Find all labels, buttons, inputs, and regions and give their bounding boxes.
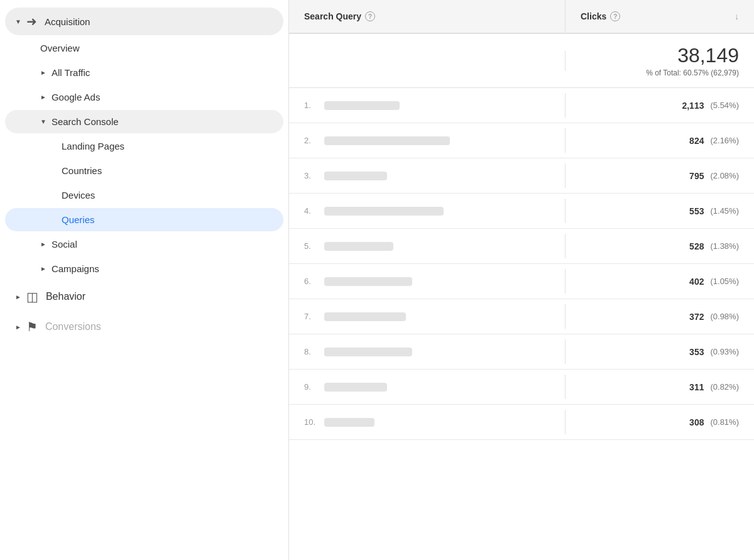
clicks-value: 795 (689, 171, 704, 181)
clicks-cell: 402(1.05%) (566, 269, 754, 294)
clicks-cell: 553(1.45%) (566, 199, 754, 224)
row-number: 10. (304, 417, 317, 427)
sidebar-item-label: Conversions (45, 321, 101, 332)
table-row[interactable]: 1.2,113(5.54%) (289, 88, 754, 123)
clicks-percent: (1.38%) (710, 241, 739, 251)
sidebar-item-label: Behavior (46, 291, 85, 302)
row-number: 6. (304, 277, 317, 286)
chevron-down-icon: ▼ (40, 118, 46, 125)
search-query-help-icon[interactable]: ? (365, 11, 375, 21)
clicks-cell: 372(0.98%) (566, 304, 754, 329)
clicks-help-icon[interactable]: ? (610, 11, 620, 21)
sidebar-item-label: Overview (40, 43, 80, 53)
clicks-value: 2,113 (682, 101, 704, 111)
sidebar-item-landing-pages[interactable]: Landing Pages (5, 135, 283, 158)
blurred-query-text (324, 348, 412, 356)
table-row[interactable]: 2.824(2.16%) (289, 123, 754, 158)
clicks-cell: 311(0.82%) (566, 375, 754, 400)
behavior-icon: ◫ (26, 289, 38, 304)
clicks-value: 528 (689, 241, 704, 251)
clicks-value: 308 (689, 417, 704, 427)
table-row[interactable]: 7.372(0.98%) (289, 299, 754, 334)
clicks-percent: (2.16%) (710, 136, 739, 145)
sidebar-item-social[interactable]: ► Social (5, 233, 283, 256)
chevron-down-icon: ▼ (15, 18, 21, 25)
sidebar-item-overview[interactable]: Overview (5, 36, 283, 60)
query-cell: 8. (289, 339, 566, 364)
clicks-value: 824 (689, 136, 704, 146)
table-row[interactable]: 9.311(0.82%) (289, 370, 754, 405)
query-cell: 4. (289, 199, 566, 223)
query-cell: 2. (289, 128, 566, 153)
chevron-right-icon: ► (40, 265, 46, 272)
sidebar-item-devices[interactable]: Devices (5, 184, 283, 207)
table-row[interactable]: 4.553(1.45%) (289, 194, 754, 229)
sidebar-item-label: Google Ads (52, 92, 101, 102)
query-cell: 6. (289, 269, 566, 294)
clicks-percent: (1.45%) (710, 206, 739, 216)
row-number: 4. (304, 206, 317, 216)
sidebar-item-label: Queries (62, 214, 95, 225)
sidebar-item-search-console[interactable]: ▼ Search Console (5, 110, 283, 133)
table-row[interactable]: 6.402(1.05%) (289, 264, 754, 299)
clicks-cell: 353(0.93%) (566, 339, 754, 365)
clicks-cell: 2,113(5.54%) (566, 93, 754, 118)
clicks-percent: (0.98%) (710, 312, 739, 321)
table-row[interactable]: 10.308(0.81%) (289, 405, 754, 440)
table-row[interactable]: 3.795(2.08%) (289, 158, 754, 194)
query-cell: 10. (289, 410, 566, 434)
clicks-percent: (0.82%) (710, 382, 739, 392)
clicks-cell: 824(2.16%) (566, 128, 754, 153)
sidebar-item-campaigns[interactable]: ► Campaigns (5, 257, 283, 280)
clicks-percent: (0.93%) (710, 347, 739, 356)
query-cell: 9. (289, 375, 566, 399)
sidebar-item-google-ads[interactable]: ► Google Ads (5, 85, 283, 109)
clicks-value: 553 (689, 206, 704, 216)
sidebar-item-label: Search Console (52, 116, 119, 127)
chevron-right-icon: ► (40, 69, 46, 76)
row-number: 1. (304, 101, 317, 110)
chevron-right-icon: ► (40, 94, 46, 101)
row-number: 5. (304, 241, 317, 251)
sidebar-item-all-traffic[interactable]: ► All Traffic (5, 61, 283, 84)
blurred-query-text (324, 242, 393, 251)
blurred-query-text (324, 312, 406, 321)
sidebar-item-conversions[interactable]: ► ⚑ Conversions (5, 313, 283, 341)
conversions-icon: ⚑ (26, 319, 38, 334)
clicks-percent: (0.81%) (710, 417, 739, 427)
blurred-query-text (324, 277, 412, 286)
table-row[interactable]: 5.528(1.38%) (289, 229, 754, 264)
sidebar-item-label: Landing Pages (62, 141, 124, 151)
query-cell: 7. (289, 304, 566, 329)
query-cell: 3. (289, 163, 566, 188)
blurred-query-text (324, 207, 444, 216)
row-number: 7. (304, 312, 317, 321)
clicks-value: 402 (689, 277, 704, 287)
summary-row: 38,149 % of Total: 60.57% (62,979) (289, 34, 754, 88)
clicks-percent: (1.05%) (710, 277, 739, 286)
summary-total: 38,149 (581, 44, 739, 67)
sidebar: ▼ ➜ Acquisition Overview ► All Traffic ►… (0, 0, 289, 560)
sidebar-item-countries[interactable]: Countries (5, 159, 283, 182)
summary-percent: % of Total: 60.57% (62,979) (581, 69, 739, 77)
sidebar-item-queries[interactable]: Queries (5, 208, 283, 231)
clicks-percent: (5.54%) (710, 101, 739, 110)
clicks-value: 311 (689, 382, 704, 392)
sidebar-item-label: Devices (62, 190, 95, 200)
clicks-cell: 528(1.38%) (566, 234, 754, 259)
summary-clicks-cell: 38,149 % of Total: 60.57% (62,979) (566, 34, 754, 87)
blurred-query-text (324, 101, 400, 110)
acquisition-icon: ➜ (26, 14, 37, 29)
search-query-header: Search Query ? (289, 0, 566, 33)
table-row[interactable]: 8.353(0.93%) (289, 334, 754, 370)
row-number: 8. (304, 347, 317, 356)
chevron-right-icon: ► (15, 294, 21, 300)
clicks-cell: 308(0.81%) (566, 410, 754, 435)
query-cell: 5. (289, 234, 566, 258)
summary-query-cell (289, 51, 566, 71)
sort-arrow-icon[interactable]: ↓ (735, 11, 739, 21)
sidebar-item-acquisition[interactable]: ▼ ➜ Acquisition (5, 8, 283, 35)
sidebar-item-behavior[interactable]: ► ◫ Behavior (5, 283, 283, 310)
main-content: Search Query ? Clicks ? ↓ 38,149 % of To… (289, 0, 754, 560)
clicks-value: 353 (689, 347, 704, 357)
